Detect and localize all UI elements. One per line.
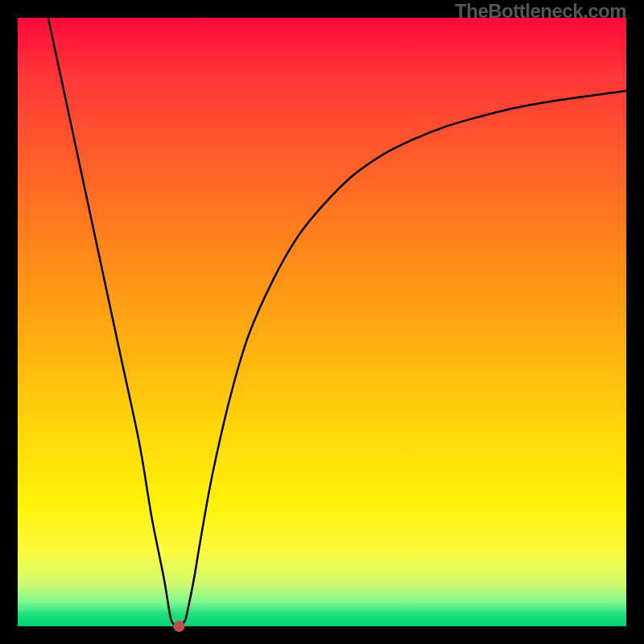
- chart-svg: [0, 0, 644, 644]
- watermark-text: TheBottleneck.com: [455, 0, 626, 23]
- chart-container: TheBottleneck.com: [0, 0, 644, 644]
- optimum-marker: [173, 621, 184, 632]
- bottleneck-curve: [48, 18, 626, 626]
